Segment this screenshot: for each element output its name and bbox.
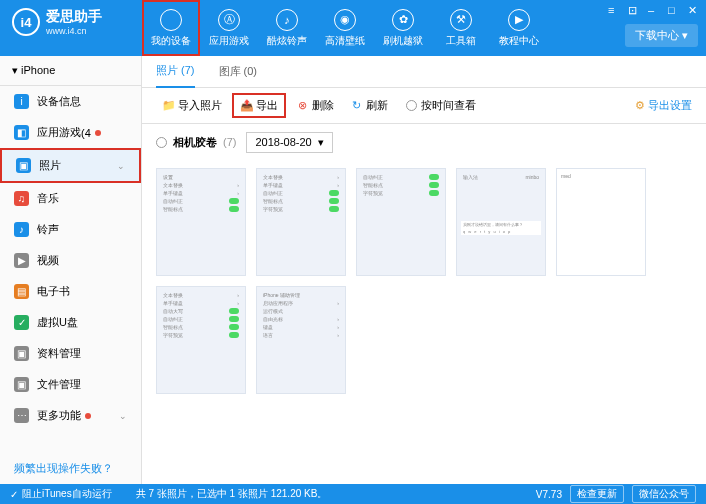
content-tabs: 照片 (7) 图库 (0) xyxy=(142,56,706,88)
nav-label: 刷机越狱 xyxy=(383,34,423,48)
sidebar-label: 资料管理 xyxy=(37,346,81,361)
photo-icon: ▣ xyxy=(16,158,31,173)
itunes-toggle[interactable]: 阻止iTunes自动运行 xyxy=(22,487,112,501)
photo-thumb[interactable]: 设置文本替换›单手键盘›自动纠正智能标点 xyxy=(156,168,246,276)
album-name: 相机胶卷 xyxy=(173,135,217,150)
app-url: www.i4.cn xyxy=(46,26,102,36)
nav-wallpaper[interactable]: ◉ 高清壁纸 xyxy=(316,0,374,56)
sidebar-item-photos[interactable]: ▣照片⌄ xyxy=(0,148,141,183)
photo-thumb[interactable]: med xyxy=(556,168,646,276)
nav-my-device[interactable]: 我的设备 xyxy=(142,0,200,56)
nav-toolbox[interactable]: ⚒ 工具箱 xyxy=(432,0,490,56)
wechat-button[interactable]: 微信公众号 xyxy=(632,485,696,503)
sidebar-label: 虚拟U盘 xyxy=(37,315,78,330)
download-center-button[interactable]: 下载中心 ▾ xyxy=(625,24,698,47)
check-update-button[interactable]: 检查更新 xyxy=(570,485,624,503)
lock-icon[interactable]: ⊡ xyxy=(628,4,640,16)
photo-thumb[interactable]: 自动纠正智能标点字符预览 xyxy=(356,168,446,276)
export-button[interactable]: 📤导出 xyxy=(232,93,286,118)
status-summary: 共 7 张照片，已选中 1 张照片 121.20 KB。 xyxy=(136,487,328,501)
sidebar-item-ebooks[interactable]: ▤电子书 xyxy=(0,276,141,307)
more-icon: ⋯ xyxy=(14,408,29,423)
minimize-icon[interactable]: – xyxy=(648,4,660,16)
tab-photos[interactable]: 照片 (7) xyxy=(156,55,195,88)
sidebar-item-video[interactable]: ▶视频 xyxy=(0,245,141,276)
device-selector[interactable]: ▾ iPhone xyxy=(0,56,141,86)
sidebar-label: 文件管理 xyxy=(37,377,81,392)
sidebar-item-data[interactable]: ▣资料管理 xyxy=(0,338,141,369)
sidebar: ▾ iPhone i设备信息 ◧应用游戏 (4 ▣照片⌄ ♫音乐 ♪铃声 ▶视频… xyxy=(0,56,142,484)
sidebar-label: 电子书 xyxy=(37,284,70,299)
music-icon: ♫ xyxy=(14,191,29,206)
radio-icon xyxy=(156,137,167,148)
chevron-down-icon: ⌄ xyxy=(119,411,127,421)
sidebar-item-device-info[interactable]: i设备信息 xyxy=(0,86,141,117)
sidebar-label: 更多功能 xyxy=(37,408,81,423)
badge-dot xyxy=(85,413,91,419)
nav-label: 应用游戏 xyxy=(209,34,249,48)
import-icon: 📁 xyxy=(162,99,175,112)
nav-tutorial[interactable]: ▶ 教程中心 xyxy=(490,0,548,56)
sidebar-label: 设备信息 xyxy=(37,94,81,109)
sidebar-item-ringtones[interactable]: ♪铃声 xyxy=(0,214,141,245)
main-panel: 照片 (7) 图库 (0) 📁导入照片 📤导出 ⊗删除 ↻刷新 按时间查看 ⚙导… xyxy=(142,56,706,484)
apps-icon: Ⓐ xyxy=(218,9,240,31)
sidebar-label: 应用游戏 xyxy=(37,125,81,140)
chevron-down-icon: ▾ xyxy=(682,29,688,41)
folder-icon: ▣ xyxy=(14,377,29,392)
shield-icon: ✓ xyxy=(14,315,29,330)
jailbreak-icon: ✿ xyxy=(392,9,414,31)
album-selector[interactable]: 相机胶卷 (7) xyxy=(156,135,236,150)
chevron-down-icon: ▾ xyxy=(318,136,324,149)
data-icon: ▣ xyxy=(14,346,29,361)
toolbox-icon: ⚒ xyxy=(450,9,472,31)
export-icon: 📤 xyxy=(240,99,253,112)
chevron-down-icon: ⌄ xyxy=(117,161,125,171)
nav-jailbreak[interactable]: ✿ 刷机越狱 xyxy=(374,0,432,56)
import-button[interactable]: 📁导入照片 xyxy=(156,95,228,116)
sidebar-item-more[interactable]: ⋯更多功能⌄ xyxy=(0,400,141,431)
nav-label: 高清壁纸 xyxy=(325,34,365,48)
photo-thumb[interactable]: 文本替换›单手键盘›自动大写自动纠正智能标点字符预览 xyxy=(156,286,246,394)
top-nav: 我的设备 Ⓐ 应用游戏 ♪ 酷炫铃声 ◉ 高清壁纸 ✿ 刷机越狱 ⚒ 工具箱 ▶… xyxy=(142,0,548,56)
badge-dot xyxy=(95,130,101,136)
version-label: V7.73 xyxy=(536,489,562,500)
sidebar-item-music[interactable]: ♫音乐 xyxy=(0,183,141,214)
photo-thumb[interactable]: 输入法minbo我刚才说错话里，请问有什么事？q w e r t y u i o… xyxy=(456,168,546,276)
sidebar-item-files[interactable]: ▣文件管理 xyxy=(0,369,141,400)
book-icon: ▤ xyxy=(14,284,29,299)
date-selector[interactable]: 2018-08-20 ▾ xyxy=(246,132,332,153)
nav-ringtones[interactable]: ♪ 酷炫铃声 xyxy=(258,0,316,56)
apps-icon: ◧ xyxy=(14,125,29,140)
logo-icon: i4 xyxy=(12,8,40,36)
tutorial-icon: ▶ xyxy=(508,9,530,31)
nav-label: 我的设备 xyxy=(151,34,191,48)
nav-apps[interactable]: Ⓐ 应用游戏 xyxy=(200,0,258,56)
download-label: 下载中心 xyxy=(635,29,679,41)
photo-thumb[interactable]: iPhone 辅助管理启动应用程序›运行模式自由光标›键盘›语言› xyxy=(256,286,346,394)
window-controls: ≡ ⊡ – □ ✕ xyxy=(608,4,700,16)
tab-library[interactable]: 图库 (0) xyxy=(219,56,258,87)
album-count: (7) xyxy=(223,136,236,148)
sidebar-item-apps[interactable]: ◧应用游戏 (4 xyxy=(0,117,141,148)
apple-icon xyxy=(160,9,182,31)
maximize-icon[interactable]: □ xyxy=(668,4,680,16)
sort-by-time[interactable]: 按时间查看 xyxy=(406,98,476,113)
date-value: 2018-08-20 xyxy=(255,136,311,148)
sidebar-help-link[interactable]: 频繁出现操作失败？ xyxy=(0,453,141,484)
sidebar-label: 铃声 xyxy=(37,222,59,237)
close-icon[interactable]: ✕ xyxy=(688,4,700,16)
delete-icon: ⊗ xyxy=(296,99,309,112)
app-name: 爱思助手 xyxy=(46,8,102,26)
export-settings-button[interactable]: ⚙导出设置 xyxy=(635,98,692,113)
photo-thumb[interactable]: 文本替换›单手键盘›自动纠正智能标点字符预览 xyxy=(256,168,346,276)
gear-icon: ⚙ xyxy=(635,99,645,112)
toolbar: 📁导入照片 📤导出 ⊗删除 ↻刷新 按时间查看 ⚙导出设置 xyxy=(142,88,706,124)
refresh-button[interactable]: ↻刷新 xyxy=(344,95,394,116)
sidebar-item-udisk[interactable]: ✓虚拟U盘 xyxy=(0,307,141,338)
delete-button[interactable]: ⊗删除 xyxy=(290,95,340,116)
statusbar: ✓ 阻止iTunes自动运行 共 7 张照片，已选中 1 张照片 121.20 … xyxy=(0,484,706,504)
menu-icon[interactable]: ≡ xyxy=(608,4,620,16)
titlebar: i4 爱思助手 www.i4.cn 我的设备 Ⓐ 应用游戏 ♪ 酷炫铃声 ◉ 高… xyxy=(0,0,706,56)
bell-icon: ♪ xyxy=(276,9,298,31)
